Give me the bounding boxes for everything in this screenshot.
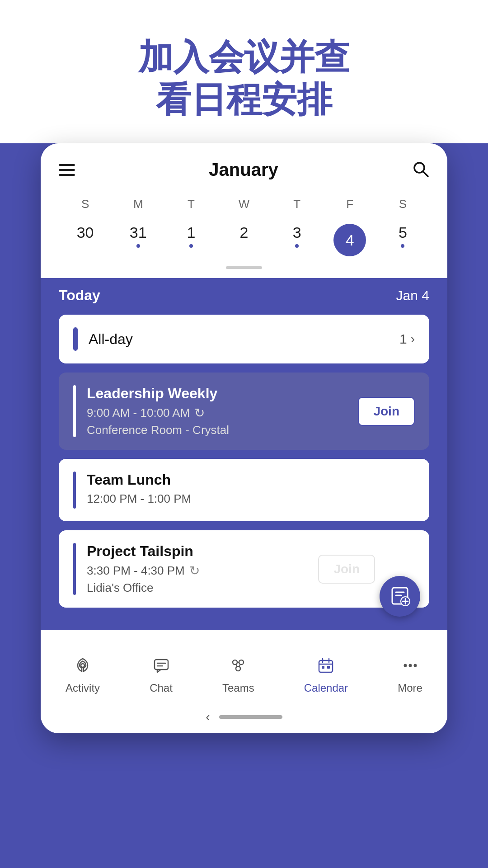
today-bar: Today Jan 4 [59, 287, 429, 304]
day-headers: S M T W T F S [59, 193, 429, 215]
day-cell-5[interactable]: 5 [376, 219, 429, 263]
blue-section: Today Jan 4 All-day 1 › Leadership Weekl… [41, 278, 447, 630]
nav-item-more[interactable]: More [389, 653, 432, 698]
day-cell-2[interactable]: 2 [217, 219, 270, 263]
allday-count: 1 › [399, 331, 415, 347]
event-section-tailspin: Project Tailspin 3:30 PM - 4:30 PM ↻ Lid… [59, 530, 429, 608]
day-cell-4[interactable]: 4 [324, 219, 376, 263]
day-dot-3 [295, 244, 299, 248]
event-title-leadership: Leadership Weekly [87, 385, 358, 402]
svg-rect-18 [319, 660, 333, 672]
event-bar-leadership [73, 385, 76, 437]
nav-label-teams: Teams [222, 682, 254, 694]
svg-point-13 [239, 660, 244, 665]
day-header-w: W [217, 193, 270, 215]
event-time-tailspin: 3:30 PM - 4:30 PM ↻ [87, 563, 318, 578]
day-cell-1[interactable]: 1 [164, 219, 217, 263]
more-icon [402, 657, 419, 678]
event-bar-tailspin [73, 543, 76, 595]
event-title-tailspin: Project Tailspin [87, 543, 318, 560]
today-date: Jan 4 [396, 288, 429, 303]
event-location-tailspin: Lidia's Office [87, 581, 318, 595]
event-content-lunch: Team Lunch 12:00 PM - 1:00 PM [87, 472, 415, 509]
page-header: 加入会议并查 看日程安排 [0, 0, 488, 143]
day-header-t1: T [164, 193, 217, 215]
event-time-lunch: 12:00 PM - 1:00 PM [87, 492, 415, 506]
event-time-leadership: 9:00 AM - 10:00 AM ↻ [87, 406, 358, 420]
day-dot-5 [401, 244, 404, 248]
day-header-s1: S [59, 193, 112, 215]
join-button-tailspin[interactable]: Join [318, 555, 375, 584]
nav-label-more: More [398, 682, 422, 694]
svg-point-8 [81, 664, 84, 667]
menu-icon[interactable] [59, 164, 75, 176]
event-card-leadership[interactable]: Leadership Weekly 9:00 AM - 10:00 AM ↻ C… [59, 373, 429, 450]
month-title: January [209, 160, 278, 180]
nav-item-teams[interactable]: Teams [213, 653, 263, 698]
svg-rect-9 [155, 660, 168, 670]
today-label: Today [59, 287, 100, 304]
day-num-31: 31 [130, 224, 147, 241]
nav-label-calendar: Calendar [304, 682, 348, 694]
event-bar-lunch [73, 472, 76, 509]
calendar-header: January [41, 143, 447, 189]
svg-rect-23 [327, 666, 330, 669]
day-num-4: 4 [333, 224, 366, 256]
day-num-30: 30 [77, 224, 94, 241]
sync-icon-tailspin: ↻ [189, 563, 200, 578]
day-num-5: 5 [399, 224, 407, 241]
event-location-leadership: Conference Room - Crystal [87, 423, 358, 437]
event-title-lunch: Team Lunch [87, 472, 415, 488]
svg-line-17 [239, 664, 240, 667]
allday-card[interactable]: All-day 1 › [59, 315, 429, 363]
back-arrow-icon[interactable]: ‹ [206, 710, 210, 724]
nav-item-activity[interactable]: Activity [56, 653, 109, 698]
svg-point-12 [233, 660, 237, 665]
chevron-right-icon: › [411, 332, 415, 346]
add-event-fab[interactable] [380, 576, 420, 617]
day-header-t2: T [271, 193, 324, 215]
svg-line-1 [423, 171, 428, 176]
nav-item-chat[interactable]: Chat [141, 653, 182, 698]
day-dot-1 [189, 244, 193, 248]
bottom-nav: Activity Chat [41, 644, 447, 703]
teams-icon [230, 657, 247, 678]
event-content-leadership: Leadership Weekly 9:00 AM - 10:00 AM ↻ C… [87, 385, 358, 437]
svg-point-14 [236, 666, 240, 671]
activity-icon [74, 657, 91, 678]
svg-line-16 [236, 664, 237, 667]
day-header-m: M [112, 193, 164, 215]
day-cell-30[interactable]: 30 [59, 219, 112, 263]
day-num-2: 2 [240, 224, 249, 241]
nav-item-calendar[interactable]: Calendar [295, 653, 357, 698]
event-card-tailspin[interactable]: Project Tailspin 3:30 PM - 4:30 PM ↻ Lid… [59, 530, 429, 608]
drag-handle[interactable] [226, 266, 262, 269]
allday-text: All-day [89, 331, 399, 348]
day-header-f: F [324, 193, 376, 215]
calendar-icon [317, 657, 334, 678]
day-cell-31[interactable]: 31 [112, 219, 164, 263]
svg-point-26 [413, 664, 417, 667]
svg-rect-22 [322, 666, 324, 669]
header-title-line2: 看日程安排 [36, 79, 452, 121]
nav-label-activity: Activity [66, 682, 100, 694]
allday-indicator [73, 327, 78, 351]
svg-point-24 [404, 664, 407, 667]
header-title-line1: 加入会议并查 [36, 36, 452, 79]
search-icon[interactable] [412, 160, 429, 179]
day-cell-3[interactable]: 3 [271, 219, 324, 263]
day-num-3: 3 [293, 224, 301, 241]
sync-icon-leadership: ↻ [194, 406, 205, 420]
event-content-tailspin: Project Tailspin 3:30 PM - 4:30 PM ↻ Lid… [87, 543, 318, 595]
home-indicator: ‹ [41, 703, 447, 733]
svg-point-25 [408, 664, 412, 667]
day-numbers: 30 31 1 2 3 4 [59, 219, 429, 263]
day-dot-31 [136, 244, 140, 248]
day-header-s2: S [376, 193, 429, 215]
phone-container: January S M T W T F S 30 31 [41, 143, 447, 733]
day-num-1: 1 [187, 224, 195, 241]
home-bar[interactable] [219, 715, 282, 719]
join-button-leadership[interactable]: Join [358, 397, 415, 426]
calendar-grid: S M T W T F S 30 31 1 2 [41, 189, 447, 278]
event-card-lunch[interactable]: Team Lunch 12:00 PM - 1:00 PM [59, 459, 429, 521]
